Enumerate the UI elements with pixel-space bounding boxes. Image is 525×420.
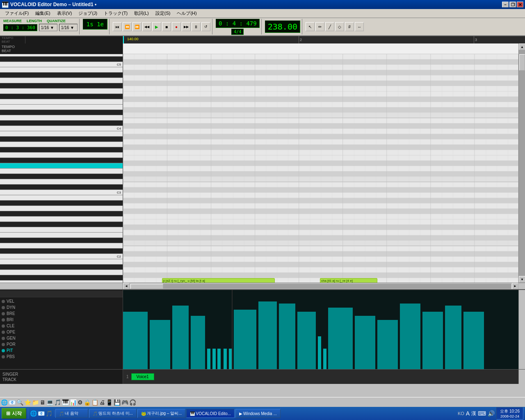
vel-gen[interactable]: GEN <box>0 335 123 341</box>
tool-pen-btn[interactable]: ✏ <box>315 22 324 31</box>
piano-key-G#2[interactable] <box>0 211 123 217</box>
piano-key-F3[interactable] <box>0 163 123 169</box>
piano-key-A1[interactable] <box>0 270 123 275</box>
minimize-button[interactable]: – <box>502 2 509 7</box>
ql-email[interactable]: 📧 <box>38 410 45 417</box>
lang-icon[interactable]: A <box>466 410 470 417</box>
piano-keys-area[interactable]: C6 C5 <box>0 54 123 283</box>
tool-line-btn[interactable]: ╱ <box>325 22 334 31</box>
vel-pit[interactable]: PIT <box>0 347 123 354</box>
piano-key-A2[interactable] <box>0 206 123 211</box>
piano-key-G3[interactable] <box>0 153 123 158</box>
piano-key-A#3[interactable] <box>0 137 123 142</box>
tool-erase-btn[interactable]: ◇ <box>335 22 344 31</box>
hscroll-left-btn[interactable]: ◄ <box>123 283 130 290</box>
ql-media[interactable]: 🎵 <box>46 410 52 417</box>
vel-pbs[interactable]: PBS <box>0 354 123 360</box>
tb2-icon-15[interactable]: 📱 <box>106 399 113 406</box>
volume-icon[interactable]: 🔊 <box>488 410 495 417</box>
tb2-icon-5[interactable]: 📁 <box>32 399 39 406</box>
note-block-1[interactable]: ji [dZ i] ru [_ryo_ u [M] ta [t a] <box>162 278 275 283</box>
tb2-icon-18[interactable]: 🎧 <box>129 399 136 406</box>
piano-key-D4[interactable] <box>0 115 123 121</box>
piano-key-G4[interactable] <box>0 89 123 94</box>
restore-button[interactable]: ❐ <box>509 2 516 7</box>
piano-key-F2[interactable] <box>0 227 123 233</box>
vel-dyn[interactable]: DYN <box>0 304 123 310</box>
menu-help[interactable]: ヘルプ(H) <box>173 9 200 17</box>
tb2-icon-12[interactable]: 🔒 <box>84 399 91 406</box>
taskbar-btn-music[interactable]: 🎵 내 음악 <box>55 409 88 418</box>
vscroll-up[interactable]: ▲ <box>519 43 525 50</box>
piano-key-B2[interactable] <box>0 195 123 201</box>
tb2-icon-11[interactable]: ⚙ <box>78 399 83 406</box>
piano-key-G#1[interactable] <box>0 275 123 281</box>
tb2-icon-4[interactable]: ⭐ <box>24 399 31 406</box>
tb2-icon-17[interactable]: 🎮 <box>121 399 128 406</box>
quantize-dropdown[interactable]: 1/16 ▼ <box>59 24 78 31</box>
vel-vel[interactable]: VEL <box>0 298 123 304</box>
tb2-icon-16[interactable]: 💾 <box>114 399 121 406</box>
vel-ope[interactable]: OPE <box>0 329 123 335</box>
track-voice1[interactable]: Voice1 <box>131 373 154 380</box>
vscroll-down[interactable]: ▼ <box>519 276 525 283</box>
btn-loop[interactable]: ↺ <box>201 22 210 31</box>
tb2-icon-3[interactable]: 🔍 <box>16 399 23 406</box>
piano-key-C#5[interactable] <box>0 57 123 62</box>
keyboard-icon[interactable]: ⌨ <box>478 410 486 417</box>
piano-key-F#4[interactable] <box>0 94 123 99</box>
tb2-icon-10[interactable]: 📊 <box>70 399 77 406</box>
ql-ie[interactable]: 🌐 <box>30 410 37 417</box>
piano-key-D#3[interactable] <box>0 174 123 179</box>
btn-record[interactable]: ● <box>172 22 181 31</box>
piano-key-C4[interactable]: C4 <box>0 126 123 131</box>
menu-file[interactable]: ファイル(F) <box>2 9 32 17</box>
vel-bre[interactable]: BRE <box>0 310 123 317</box>
btn-next[interactable]: ▶▶ <box>182 22 191 31</box>
piano-key-A#1[interactable] <box>0 265 123 270</box>
btn-rewind[interactable]: ⏪ <box>123 22 132 31</box>
tb2-icon-13[interactable]: 📋 <box>91 399 98 406</box>
tool-hash-btn[interactable]: # <box>345 22 354 31</box>
piano-key-E3[interactable] <box>0 169 123 174</box>
piano-key-G#4[interactable] <box>0 83 123 89</box>
taskbar-btn-frog[interactable]: 🐸 개구리.jpg – 알씨... <box>137 409 186 418</box>
piano-key-B3[interactable] <box>0 131 123 137</box>
start-button[interactable]: ⊞ 시작 <box>2 408 26 419</box>
hscroll-track[interactable] <box>130 284 511 289</box>
btn-prev[interactable]: ◀◀ <box>142 22 151 31</box>
taskbar-btn-hatsune[interactable]: 🎵 띵드의 하츠네 미... <box>89 409 137 418</box>
length-dropdown[interactable]: 1/16 ▼ <box>39 24 57 31</box>
btn-rewind-start[interactable]: ⏮ <box>113 22 122 31</box>
menu-settings[interactable]: 設定(S) <box>152 9 174 17</box>
piano-key-C5[interactable]: C5 <box>0 62 123 67</box>
menu-edit[interactable]: 編集(E) <box>32 9 54 17</box>
tool-cursor-btn[interactable]: ↖ <box>306 22 315 31</box>
btn-play[interactable]: ▶ <box>152 22 161 31</box>
menu-lyrics[interactable]: 歌詞(L) <box>131 9 152 17</box>
vel-cle[interactable]: CLE <box>0 323 123 329</box>
piano-key-G2[interactable] <box>0 217 123 222</box>
tb2-icon-1[interactable]: 🌐 <box>1 399 8 406</box>
taskbar-btn-vocaloid[interactable]: 🎹 VOCALOID Edito... <box>186 409 235 418</box>
piano-key-D3[interactable] <box>0 179 123 185</box>
close-button[interactable]: ✕ <box>517 2 523 7</box>
menu-job[interactable]: ジョブ(J) <box>75 9 100 17</box>
tb2-icon-6[interactable]: 🖥 <box>40 399 46 406</box>
tb2-icon-14[interactable]: 🖨 <box>99 399 105 406</box>
piano-key-D#2[interactable] <box>0 238 123 243</box>
piano-key-C#2[interactable] <box>0 249 123 254</box>
piano-key-A#4[interactable] <box>0 73 123 78</box>
tb2-icon-9[interactable]: 🎹 <box>62 399 69 406</box>
grid-scroll-area[interactable]: ji [dZ i] ru [_ryo_ u [M] ta [t a]cha [t… <box>123 54 518 283</box>
taskbar-btn-windows-media[interactable]: ▶ Windows Media ... <box>235 409 281 418</box>
velocity-graph[interactable] <box>123 290 518 369</box>
piano-key-F#3[interactable] <box>0 158 123 163</box>
piano-key-F4[interactable] <box>0 99 123 105</box>
piano-key-C3[interactable]: C3 <box>0 190 123 195</box>
piano-key-A3[interactable] <box>0 142 123 147</box>
tool-arrow-btn[interactable]: ↔ <box>355 22 364 31</box>
btn-stop[interactable]: ■ <box>162 22 171 31</box>
piano-key-D2[interactable] <box>0 243 123 249</box>
piano-key-E2[interactable] <box>0 233 123 238</box>
